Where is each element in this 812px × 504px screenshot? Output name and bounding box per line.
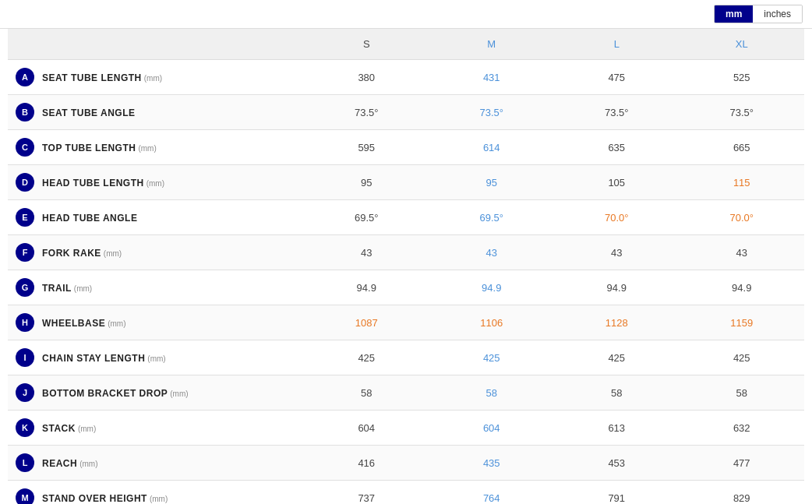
row-label-text: HEAD TUBE ANGLE <box>42 212 137 224</box>
value-xl: 477 <box>680 446 805 481</box>
value-m: 94.9 <box>429 270 555 305</box>
value-m: 614 <box>429 130 555 165</box>
spec-label-cell: BSEAT TUBE ANGLE <box>8 95 304 129</box>
value-m: 58 <box>429 375 555 411</box>
spec-label-cell: MSTAND OVER HEIGHT(mm) <box>8 481 304 504</box>
value-l: 475 <box>554 60 680 95</box>
value-m: 435 <box>429 446 555 481</box>
value-s: 416 <box>304 446 429 481</box>
value-s: 43 <box>304 235 429 270</box>
unit-toggle-bar: mm inches <box>0 0 812 29</box>
value-s: 95 <box>304 165 429 200</box>
value-l: 613 <box>554 411 680 446</box>
value-xl: 632 <box>680 411 805 446</box>
row-label-text: TRAIL(mm) <box>42 282 92 294</box>
table-row: JBOTTOM BRACKET DROP(mm)58585858 <box>8 375 804 411</box>
table-row: BSEAT TUBE ANGLE73.5°73.5°73.5°73.5° <box>8 95 804 130</box>
row-badge: E <box>16 208 34 227</box>
value-m: 69.5° <box>429 200 555 235</box>
value-m: 425 <box>429 340 555 375</box>
value-xl: 665 <box>680 130 805 165</box>
row-badge: L <box>16 453 34 472</box>
value-xl: 425 <box>680 340 805 375</box>
value-s: 69.5° <box>304 200 429 235</box>
table-row: HWHEELBASE(mm)1087110611281159 <box>8 305 804 340</box>
l-column-header: L <box>554 29 680 60</box>
value-m: 604 <box>429 411 555 446</box>
spec-label-cell: JBOTTOM BRACKET DROP(mm) <box>8 375 304 410</box>
value-s: 58 <box>304 375 429 411</box>
value-s: 73.5° <box>304 95 429 130</box>
xl-column-header: XL <box>680 29 805 60</box>
row-badge: I <box>16 348 34 367</box>
value-xl: 43 <box>680 235 805 270</box>
value-l: 73.5° <box>554 95 680 130</box>
value-xl: 1159 <box>680 305 805 340</box>
value-xl: 58 <box>680 375 805 411</box>
spec-label-cell: FFORK RAKE(mm) <box>8 235 304 270</box>
value-s: 604 <box>304 411 429 446</box>
spec-label-cell: EHEAD TUBE ANGLE <box>8 200 304 234</box>
unit-toggle[interactable]: mm inches <box>714 5 803 23</box>
row-badge: B <box>16 103 34 122</box>
value-s: 737 <box>304 481 429 505</box>
row-badge: M <box>16 488 34 504</box>
value-xl: 73.5° <box>680 95 805 130</box>
mm-button[interactable]: mm <box>715 5 753 23</box>
spec-label-cell: HWHEELBASE(mm) <box>8 305 304 340</box>
value-m: 95 <box>429 165 555 200</box>
row-badge: G <box>16 278 34 297</box>
row-label-text: SEAT TUBE ANGLE <box>42 107 136 118</box>
spec-label-cell: CTOP TUBE LENGTH(mm) <box>8 130 304 164</box>
row-label-text: STAND OVER HEIGHT(mm) <box>42 492 168 504</box>
value-l: 58 <box>554 375 680 411</box>
value-l: 453 <box>554 446 680 481</box>
row-badge: C <box>16 138 34 157</box>
row-badge: H <box>16 313 34 332</box>
row-badge: K <box>16 418 34 437</box>
table-row: ICHAIN STAY LENGTH(mm)425425425425 <box>8 340 804 375</box>
row-label-text: HEAD TUBE LENGTH(mm) <box>42 177 164 189</box>
row-label-text: REACH(mm) <box>42 457 98 469</box>
value-s: 425 <box>304 340 429 375</box>
value-m: 764 <box>429 481 555 505</box>
row-label-text: WHEELBASE(mm) <box>42 317 126 329</box>
table-row: KSTACK(mm)604604613632 <box>8 411 804 446</box>
value-s: 94.9 <box>304 270 429 305</box>
row-badge: D <box>16 173 34 192</box>
inches-button[interactable]: inches <box>753 5 802 23</box>
value-l: 70.0° <box>554 200 680 235</box>
table-row: LREACH(mm)416435453477 <box>8 446 804 481</box>
geometry-table-wrapper: S M L XL ASEAT TUBE LENGTH(mm)3804314755… <box>0 29 812 504</box>
value-m: 73.5° <box>429 95 555 130</box>
value-s: 1087 <box>304 305 429 340</box>
value-l: 791 <box>554 481 680 505</box>
s-column-header: S <box>304 29 429 60</box>
table-row: ASEAT TUBE LENGTH(mm)380431475525 <box>8 60 804 95</box>
row-label-text: BOTTOM BRACKET DROP(mm) <box>42 387 189 399</box>
value-xl: 115 <box>680 165 805 200</box>
row-label-text: TOP TUBE LENGTH(mm) <box>42 142 157 153</box>
value-xl: 829 <box>680 481 805 505</box>
table-row: DHEAD TUBE LENGTH(mm)9595105115 <box>8 165 804 200</box>
value-m: 43 <box>429 235 555 270</box>
value-s: 595 <box>304 130 429 165</box>
spec-label-cell: ASEAT TUBE LENGTH(mm) <box>8 60 304 94</box>
value-l: 94.9 <box>554 270 680 305</box>
table-row: GTRAIL(mm)94.994.994.994.9 <box>8 270 804 305</box>
value-l: 1128 <box>554 305 680 340</box>
row-label-text: SEAT TUBE LENGTH(mm) <box>42 72 162 83</box>
row-label-text: FORK RAKE(mm) <box>42 247 122 259</box>
value-l: 635 <box>554 130 680 165</box>
value-l: 43 <box>554 235 680 270</box>
table-row: FFORK RAKE(mm)43434343 <box>8 235 804 270</box>
row-badge: F <box>16 243 34 262</box>
table-row: CTOP TUBE LENGTH(mm)595614635665 <box>8 130 804 165</box>
table-row: MSTAND OVER HEIGHT(mm)737764791829 <box>8 481 804 505</box>
table-row: EHEAD TUBE ANGLE69.5°69.5°70.0°70.0° <box>8 200 804 235</box>
value-m: 1106 <box>429 305 555 340</box>
spec-label-cell: GTRAIL(mm) <box>8 270 304 305</box>
table-header-row: S M L XL <box>8 29 804 60</box>
spec-label-cell: KSTACK(mm) <box>8 411 304 445</box>
value-s: 380 <box>304 60 429 95</box>
